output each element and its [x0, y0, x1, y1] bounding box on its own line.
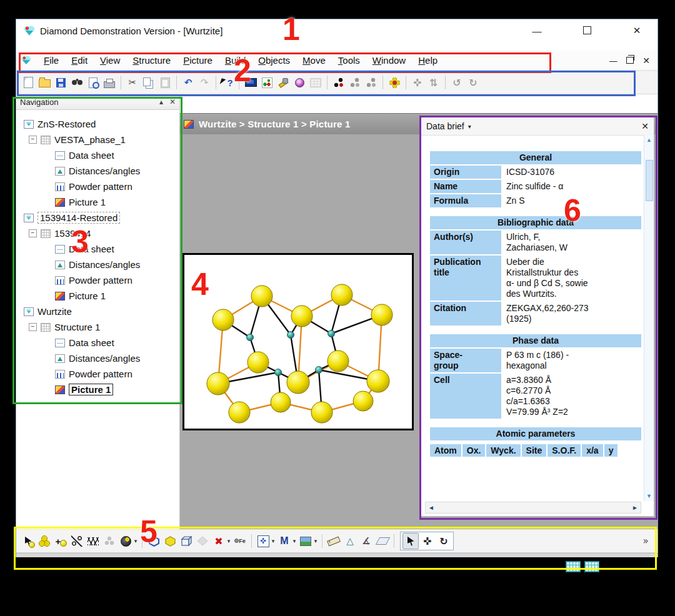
- menu-structure[interactable]: Structure: [126, 53, 177, 67]
- tree-item-structure-1[interactable]: − Structure 1: [16, 319, 179, 335]
- menu-edit[interactable]: Edit: [65, 53, 94, 67]
- viewing-direction-button[interactable]: ✜: [256, 534, 271, 549]
- tree-item-picture-1[interactable]: Picture 1: [16, 288, 179, 304]
- minimize-button[interactable]: —: [528, 26, 546, 36]
- move-atoms-button[interactable]: ✜: [410, 75, 425, 90]
- dropdown-caret-icon[interactable]: ▾: [292, 538, 297, 544]
- measure-angle-button[interactable]: △: [342, 534, 358, 549]
- menu-window[interactable]: Window: [366, 53, 412, 67]
- measure-torsion-button[interactable]: ∡: [359, 534, 374, 549]
- menu-picture[interactable]: Picture: [177, 53, 219, 67]
- coordination-polyhedron-button[interactable]: [146, 534, 161, 549]
- menu-view[interactable]: View: [94, 53, 126, 67]
- tree-item-powder-pattern[interactable]: Powder pattern: [16, 179, 179, 194]
- menu-file[interactable]: File: [38, 53, 65, 67]
- tree-item-powder-pattern[interactable]: Powder pattern: [16, 272, 179, 288]
- print-button[interactable]: [102, 75, 117, 90]
- destroy-button[interactable]: ✖: [211, 534, 226, 549]
- menu-build[interactable]: Build: [219, 53, 252, 67]
- undo-button[interactable]: ↶: [181, 75, 196, 90]
- molecule-mode-button[interactable]: M: [277, 534, 292, 549]
- structure-builder-button[interactable]: [259, 75, 274, 90]
- scrollbar-thumb[interactable]: [646, 160, 653, 201]
- collapse-expander-icon[interactable]: −: [29, 229, 37, 237]
- filled-polyhedron-button[interactable]: [162, 534, 178, 549]
- pick-atoms-button[interactable]: [21, 534, 36, 549]
- measure-distance-button[interactable]: [326, 534, 341, 549]
- more-tools-button[interactable]: »: [638, 534, 653, 549]
- print-preview-button[interactable]: [86, 75, 101, 90]
- menu-objects[interactable]: Objects: [252, 53, 296, 67]
- tree-item-distances-angles[interactable]: Distances/angles: [16, 163, 179, 179]
- tree-item-picture-1-selected[interactable]: Picture 1: [16, 382, 179, 397]
- menu-move[interactable]: Move: [296, 53, 332, 67]
- polyhedra-button[interactable]: [195, 534, 210, 549]
- paste-button[interactable]: [158, 75, 172, 90]
- molecules-button[interactable]: [387, 75, 402, 90]
- mini-table-icon[interactable]: [566, 561, 581, 572]
- cut-button[interactable]: ✂: [125, 75, 140, 90]
- close-panel-button[interactable]: ✕: [169, 97, 176, 106]
- viewer-button[interactable]: [292, 75, 307, 90]
- add-atom-button[interactable]: +: [53, 534, 68, 549]
- close-data-brief-button[interactable]: ✕: [641, 121, 649, 131]
- space-filling-button[interactable]: [118, 534, 133, 549]
- picture-creator-button[interactable]: [276, 75, 291, 90]
- vertical-scrollbar[interactable]: ▲ ▼: [644, 135, 654, 501]
- build-molecules-button[interactable]: [37, 534, 52, 549]
- collapse-expander-icon[interactable]: −: [29, 323, 37, 331]
- context-help-button[interactable]: ?: [220, 75, 235, 90]
- tree-item-data-sheet[interactable]: Data sheet: [16, 147, 179, 163]
- crystal-structure-picture[interactable]: [182, 253, 414, 430]
- copy-button[interactable]: [141, 75, 156, 90]
- tree-item-1539414-restored[interactable]: 1539414-Restored: [16, 210, 179, 226]
- chevron-down-icon[interactable]: ▾: [468, 123, 471, 130]
- open-button[interactable]: [37, 75, 52, 90]
- build-lattice-button[interactable]: [86, 534, 101, 549]
- measure-plane-button[interactable]: [375, 534, 390, 549]
- mdi-minimize-button[interactable]: —: [609, 56, 618, 66]
- select-mode-button[interactable]: [402, 533, 419, 549]
- tree-item-data-sheet[interactable]: Data sheet: [16, 241, 179, 257]
- menu-help[interactable]: Help: [412, 53, 444, 67]
- data-brief-title[interactable]: Data brief: [426, 121, 464, 131]
- close-button[interactable]: ✕: [628, 25, 646, 36]
- mdi-restore-button[interactable]: [626, 57, 634, 64]
- collapse-expander-icon[interactable]: −: [29, 136, 37, 144]
- move-mode-button[interactable]: ✜: [420, 534, 435, 549]
- tree-item-wurtzite[interactable]: Wurtzite: [16, 304, 179, 319]
- tree-item-data-sheet[interactable]: Data sheet: [16, 335, 179, 350]
- unit-cell-button[interactable]: [179, 534, 194, 549]
- mini-table-icon[interactable]: [584, 561, 599, 572]
- maximize-button[interactable]: [578, 26, 596, 36]
- new-button[interactable]: [21, 75, 36, 90]
- tree-item-distances-angles[interactable]: Distances/angles: [16, 350, 179, 366]
- mdi-close-button[interactable]: ✕: [642, 56, 650, 66]
- tree-item-picture-1[interactable]: Picture 1: [16, 194, 179, 210]
- scroll-left-icon[interactable]: ◄: [428, 504, 434, 511]
- rotate-ccw-button[interactable]: ↺: [449, 75, 464, 90]
- dropdown-caret-icon[interactable]: ▾: [313, 538, 318, 544]
- create-bond-button[interactable]: [69, 534, 84, 549]
- tree-item-powder-pattern[interactable]: Powder pattern: [16, 366, 179, 382]
- render-picture-button[interactable]: [298, 534, 313, 549]
- pin-panel-button[interactable]: ▴: [159, 97, 163, 106]
- atom-design-button[interactable]: [331, 75, 346, 90]
- dropdown-caret-icon[interactable]: ▾: [271, 538, 276, 544]
- menu-tools[interactable]: Tools: [332, 53, 366, 67]
- add-cluster-button[interactable]: [102, 534, 117, 549]
- scroll-up-icon[interactable]: ▲: [644, 137, 654, 143]
- redo-button[interactable]: ↷: [197, 75, 212, 90]
- tree-item-zns-restored[interactable]: ZnS-Restored: [16, 116, 179, 132]
- atom-parameters-button[interactable]: [348, 75, 362, 90]
- add-fe-atom-button[interactable]: Fe: [232, 534, 248, 549]
- find-button[interactable]: [69, 75, 84, 90]
- dropdown-caret-icon[interactable]: ▾: [133, 538, 138, 544]
- atom-list-button[interactable]: [364, 75, 379, 90]
- tree-item-1539414[interactable]: − 1539414: [16, 226, 179, 241]
- save-button[interactable]: [53, 75, 68, 90]
- scroll-down-icon[interactable]: ▼: [644, 493, 654, 499]
- table-button[interactable]: [308, 75, 323, 90]
- rotate-mode-button[interactable]: ↻: [436, 534, 451, 549]
- new-picture-button[interactable]: [243, 75, 258, 90]
